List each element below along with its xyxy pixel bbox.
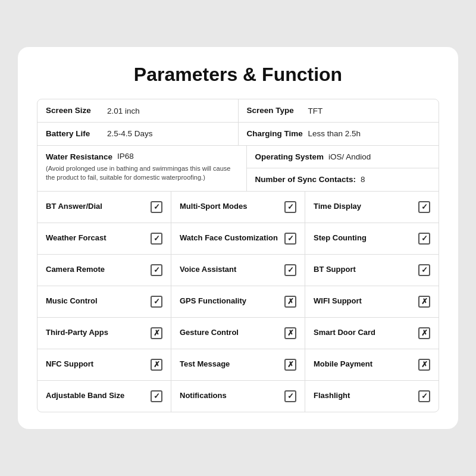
feature-label-1-0: Weather Forcast — [46, 233, 146, 243]
water-resistance-cell: Water Resistance IP68 (Avoid prolonged u… — [37, 146, 247, 191]
feature-label-6-1: Notifications — [180, 391, 280, 401]
os-label: Operating System — [255, 152, 324, 162]
feature-label-1-1: Watch Face Customization — [180, 233, 280, 243]
feature-label-4-1: Gesture Control — [180, 328, 280, 338]
feature-row-5: NFC SupportTest MessageMobile Payment — [37, 349, 439, 381]
screen-type-cell: Screen Type TFT — [239, 99, 439, 122]
feature-cell-2-1: Voice Assistant — [171, 255, 305, 286]
feature-row-2: Camera RemoteVoice AssistantBT Support — [37, 255, 439, 286]
water-resistance-label: Water Resistance — [46, 152, 112, 162]
spec-section: Screen Size 2.01 inch Screen Type TFT Ba… — [37, 99, 439, 191]
feature-label-2-1: Voice Assistant — [180, 265, 280, 275]
feature-label-2-0: Camera Remote — [46, 265, 146, 275]
check-yes-icon — [151, 390, 162, 402]
feature-label-3-2: WIFI Support — [314, 296, 414, 306]
feature-cell-1-0: Weather Forcast — [37, 223, 171, 254]
check-no-icon — [418, 296, 430, 308]
water-resistance-note: (Avoid prolonged use in bathing and swim… — [46, 164, 238, 183]
params-table: Screen Size 2.01 inch Screen Type TFT Ba… — [37, 99, 439, 412]
feature-cell-3-0: Music Control — [37, 286, 171, 317]
check-yes-icon — [284, 233, 296, 245]
check-yes-icon — [418, 264, 430, 276]
feature-row-6: Adjustable Band SizeNotificationsFlashli… — [37, 381, 439, 412]
feature-label-5-2: Mobile Payment — [314, 359, 414, 369]
check-no-icon — [418, 359, 430, 371]
os-sync-cell: Operating System iOS/ Andiod Number of S… — [247, 146, 439, 191]
feature-cell-4-0: Third-Party Apps — [37, 318, 171, 349]
feature-cell-4-1: Gesture Control — [171, 318, 305, 349]
feature-row-4: Third-Party AppsGesture ControlSmart Doo… — [37, 318, 439, 349]
check-no-icon — [418, 327, 430, 339]
feature-cell-5-2: Mobile Payment — [305, 349, 439, 380]
check-yes-icon — [284, 201, 296, 213]
feature-label-3-1: GPS Functionality — [180, 296, 280, 306]
feature-cell-1-1: Watch Face Customization — [171, 223, 305, 254]
sync-contacts-value: 8 — [361, 175, 365, 184]
feature-label-2-2: BT Support — [314, 265, 414, 275]
check-yes-icon — [418, 390, 430, 402]
check-yes-icon — [151, 264, 162, 276]
feature-label-1-2: Step Counting — [314, 233, 414, 243]
feature-cell-6-0: Adjustable Band Size — [37, 381, 171, 412]
check-yes-icon — [418, 233, 430, 245]
check-no-icon — [284, 359, 296, 371]
feature-label-5-1: Test Message — [180, 359, 280, 369]
feature-cell-5-1: Test Message — [171, 349, 305, 380]
feature-section: BT Answer/DialMulti-Sport ModesTime Disp… — [37, 192, 439, 412]
charging-time-value: Less than 2.5h — [308, 129, 361, 138]
feature-cell-2-0: Camera Remote — [37, 255, 171, 286]
spec-row-2: Battery Life 2.5-4.5 Days Charging Time … — [37, 123, 439, 146]
main-card: Parameters & Function Screen Size 2.01 i… — [18, 47, 458, 428]
feature-label-4-2: Smart Door Card — [314, 328, 414, 338]
spec-row-1: Screen Size 2.01 inch Screen Type TFT — [37, 99, 439, 123]
sync-contacts-label: Number of Sync Contacts: — [255, 174, 356, 185]
feature-label-0-1: Multi-Sport Modes — [180, 202, 280, 212]
check-yes-icon — [151, 201, 162, 213]
charging-time-cell: Charging Time Less than 2.5h — [239, 123, 439, 145]
screen-size-value: 2.01 inch — [107, 107, 140, 115]
feature-label-6-0: Adjustable Band Size — [46, 391, 146, 401]
check-yes-icon — [151, 296, 162, 308]
page-title: Parameters & Function — [37, 64, 439, 86]
feature-label-4-0: Third-Party Apps — [46, 328, 146, 338]
check-no-icon — [284, 327, 296, 339]
feature-row-1: Weather ForcastWatch Face CustomizationS… — [37, 223, 439, 255]
check-yes-icon — [418, 201, 430, 213]
screen-size-cell: Screen Size 2.01 inch — [37, 99, 239, 122]
feature-label-6-2: Flashlight — [314, 391, 414, 401]
feature-cell-4-2: Smart Door Card — [305, 318, 439, 349]
battery-life-label: Battery Life — [46, 129, 102, 139]
check-yes-icon — [284, 264, 296, 276]
feature-cell-6-2: Flashlight — [305, 381, 439, 412]
charging-time-label: Charging Time — [247, 129, 303, 139]
feature-cell-0-1: Multi-Sport Modes — [171, 192, 305, 223]
check-no-icon — [284, 296, 296, 308]
screen-type-label: Screen Type — [247, 105, 303, 116]
feature-label-3-0: Music Control — [46, 296, 146, 306]
feature-label-5-0: NFC Support — [46, 359, 146, 369]
feature-cell-0-2: Time Display — [305, 192, 439, 223]
feature-cell-5-0: NFC Support — [37, 349, 171, 380]
check-yes-icon — [151, 233, 162, 245]
feature-cell-2-2: BT Support — [305, 255, 439, 286]
feature-cell-0-0: BT Answer/Dial — [37, 192, 171, 223]
feature-cell-1-2: Step Counting — [305, 223, 439, 254]
check-no-icon — [151, 359, 162, 371]
feature-row-0: BT Answer/DialMulti-Sport ModesTime Disp… — [37, 192, 439, 223]
screen-size-label: Screen Size — [46, 105, 102, 116]
check-no-icon — [151, 327, 162, 339]
feature-label-0-0: BT Answer/Dial — [46, 202, 146, 212]
feature-label-0-2: Time Display — [314, 202, 414, 212]
battery-life-cell: Battery Life 2.5-4.5 Days — [37, 123, 239, 145]
feature-cell-6-1: Notifications — [171, 381, 305, 412]
check-yes-icon — [284, 390, 296, 402]
feature-cell-3-2: WIFI Support — [305, 286, 439, 317]
screen-type-value: TFT — [308, 107, 323, 115]
os-value: iOS/ Andiod — [328, 152, 371, 161]
feature-cell-3-1: GPS Functionality — [171, 286, 305, 317]
water-resistance-value: IP68 — [117, 152, 134, 161]
feature-row-3: Music ControlGPS FunctionalityWIFI Suppo… — [37, 286, 439, 318]
battery-life-value: 2.5-4.5 Days — [107, 129, 153, 138]
spec-row-3: Water Resistance IP68 (Avoid prolonged u… — [37, 146, 439, 191]
